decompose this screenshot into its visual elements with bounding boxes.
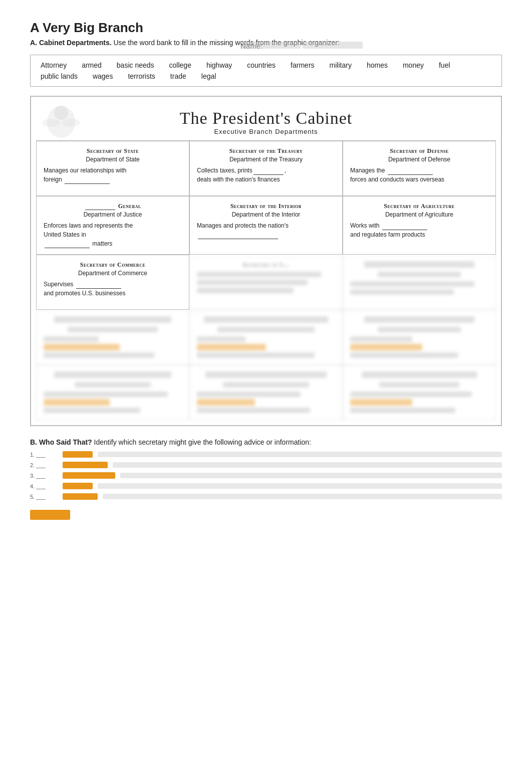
section-b-row-4: 4. ___ <box>30 483 502 489</box>
card-blurred-3 <box>343 255 496 310</box>
card-interior-dept: Department of the Interior <box>197 211 335 218</box>
section-b-row-5: 5. ___ <box>30 493 502 500</box>
card-defense-title: Secretary of Defense <box>350 147 488 155</box>
card-state: Secretary of State Department of State M… <box>36 141 189 196</box>
section-b-q-2 <box>113 462 502 468</box>
section-b-answer-2 <box>63 462 108 468</box>
section-b-label-5: 5. ___ <box>30 494 58 500</box>
word-fuel: fuel <box>439 61 450 69</box>
card-agriculture-dept: Department of Agriculture <box>350 211 488 218</box>
card-labor: Secretary of L... <box>189 255 343 310</box>
card-treasury-desc: Collects taxes, prints, deals with the n… <box>197 166 335 184</box>
word-armed: armed <box>82 61 102 69</box>
footer-bar <box>30 510 70 520</box>
card-state-desc: Manages our relationships with foreign <box>44 166 182 184</box>
section-b-q-1 <box>98 452 502 457</box>
section-b-title-text: Identify which secretary might give the … <box>92 438 311 446</box>
instructions-bold: A. Cabinet Departments. <box>30 39 112 47</box>
card-treasury-dept: Department of the Treasury <box>197 156 335 163</box>
card-blurred-5 <box>189 310 343 365</box>
card-blurred-9 <box>343 365 496 420</box>
word-wages: wages <box>93 72 113 80</box>
word-countries: countries <box>247 61 276 69</box>
svg-point-1 <box>54 106 68 120</box>
word-highway: highway <box>206 61 232 69</box>
word-bank: Attorney armed basic needs college highw… <box>30 55 502 87</box>
section-b-title-bold: B. Who Said That? <box>30 438 92 446</box>
section-b-q-4 <box>98 483 502 489</box>
cabinet-grid: Secretary of State Department of State M… <box>36 140 496 420</box>
section-b-label-2: 2. ___ <box>30 462 58 468</box>
section-b-q-3 <box>120 473 502 478</box>
word-homes: homes <box>367 61 388 69</box>
word-attorney: Attorney <box>41 61 67 69</box>
section-b-answer-1 <box>63 451 93 458</box>
card-defense: Secretary of Defense Department of Defen… <box>343 141 496 196</box>
name-value <box>303 42 363 49</box>
word-public-lands: public lands <box>41 72 78 80</box>
word-trade: trade <box>170 72 186 80</box>
word-money: money <box>403 61 424 69</box>
card-interior: Secretary of the Interior Department of … <box>189 196 343 255</box>
card-treasury-title: Secretary of the Treasury <box>197 147 335 155</box>
word-college: college <box>169 61 191 69</box>
section-b-title: B. Who Said That? Identify which secreta… <box>30 438 502 446</box>
word-military: military <box>330 61 352 69</box>
organizer-title: The President's Cabinet <box>36 109 496 128</box>
card-blurred-7 <box>36 365 189 420</box>
card-agriculture-desc: Works with and regulates farm products <box>350 221 488 239</box>
svg-point-3 <box>62 119 80 127</box>
word-basic-needs: basic needs <box>117 61 154 69</box>
section-b-row-3: 3. ___ <box>30 472 502 479</box>
card-defense-dept: Department of Defense <box>350 156 488 163</box>
card-commerce: Secretary of Commerce Department of Comm… <box>36 255 189 310</box>
blank-commerce-supervises <box>76 288 121 289</box>
name-row: Name: <box>240 40 363 49</box>
section-b-row-2: 2. ___ <box>30 462 502 468</box>
svg-point-2 <box>42 119 60 127</box>
name-label: Name: <box>240 42 301 49</box>
blank-justice-title <box>85 210 115 210</box>
organizer-header: The President's Cabinet Executive Branch… <box>36 102 496 140</box>
card-justice-title: General <box>44 203 182 210</box>
card-interior-desc: Manages and protects the nation's <box>197 221 335 239</box>
section-b-label-3: 3. ___ <box>30 473 58 479</box>
blank-interior <box>198 239 278 239</box>
blank-agriculture-works <box>382 230 427 230</box>
section-b-answer-5 <box>63 493 98 500</box>
card-justice: General Department of Justice Enforces l… <box>36 196 189 255</box>
word-legal: legal <box>201 72 216 80</box>
card-defense-desc: Manages the forces and conducts wars ove… <box>350 166 488 184</box>
card-state-title: Secretary of State <box>44 147 182 155</box>
card-agriculture: Secretary of Agriculture Department of A… <box>343 196 496 255</box>
card-commerce-title: Secretary of Commerce <box>44 261 182 269</box>
eagle-icon <box>41 102 81 142</box>
card-justice-desc: Enforces laws and represents the United … <box>44 221 182 248</box>
section-b-answer-3 <box>63 472 115 479</box>
section-b-row-1: 1. ___ <box>30 451 502 458</box>
section-b-label-1: 1. ___ <box>30 452 58 458</box>
card-agriculture-title: Secretary of Agriculture <box>350 203 488 210</box>
section-b-answer-4 <box>63 483 93 489</box>
organizer-subtitle: Executive Branch Departments <box>36 128 496 135</box>
blank-defense-manages <box>388 174 433 175</box>
section-b-q-5 <box>103 494 502 499</box>
section-b-label-4: 4. ___ <box>30 483 58 489</box>
word-terrorists: terrorists <box>128 72 155 80</box>
page-title: A Very Big Branch <box>30 20 502 36</box>
card-commerce-dept: Department of Commerce <box>44 270 182 277</box>
card-justice-dept: Department of Justice <box>44 211 182 218</box>
card-blurred-6 <box>343 310 496 365</box>
card-blurred-8 <box>189 365 343 420</box>
section-b-rows: 1. ___ 2. ___ 3. ___ 4. ___ 5. ___ <box>30 451 502 500</box>
card-state-dept: Department of State <box>44 156 182 163</box>
blank-justice-legal <box>45 248 90 248</box>
card-treasury: Secretary of the Treasury Department of … <box>189 141 343 196</box>
organizer: The President's Cabinet Executive Branch… <box>30 96 502 426</box>
blank-state-foreign <box>65 183 110 184</box>
card-labor-desc <box>197 272 335 293</box>
card-interior-title: Secretary of the Interior <box>197 203 335 210</box>
blank-treasury-prints <box>253 174 284 175</box>
card-blurred-4 <box>36 310 189 365</box>
word-farmers: farmers <box>291 61 314 69</box>
